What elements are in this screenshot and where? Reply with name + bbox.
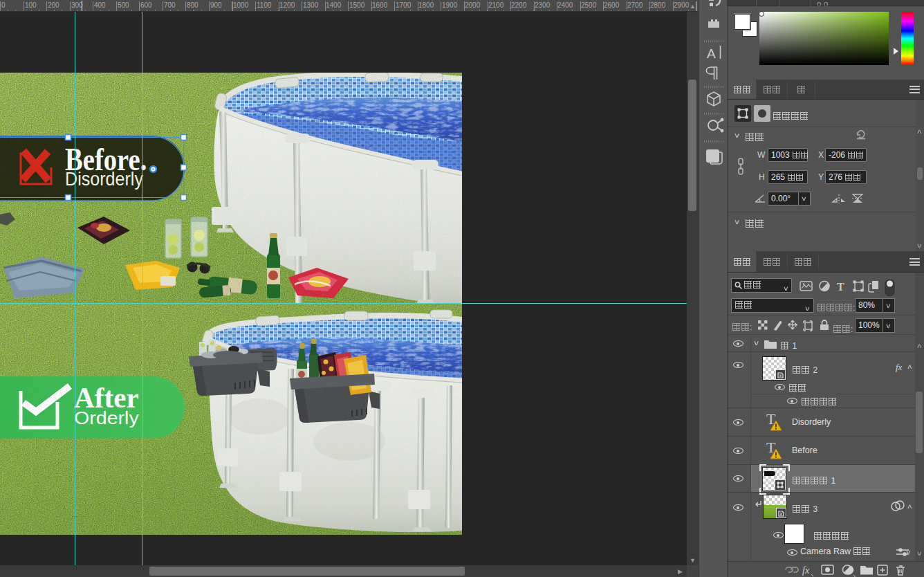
- svg-text:A: A: [707, 46, 716, 61]
- svg-text:fx: fx: [802, 565, 810, 576]
- svg-text:T: T: [837, 281, 844, 293]
